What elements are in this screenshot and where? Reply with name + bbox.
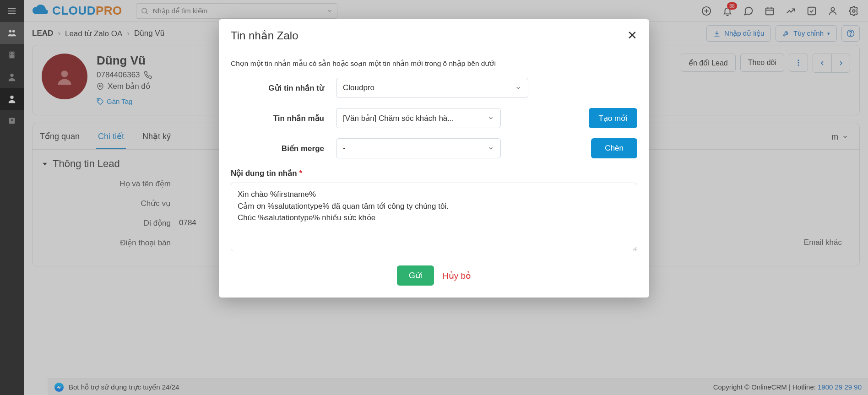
from-select[interactable]: Cloudpro — [336, 78, 528, 98]
modal-overlay[interactable]: Tin nhắn Zalo ✕ Chọn một tin nhắn mẫu có… — [0, 0, 868, 395]
modal-description: Chọn một tin nhắn mẫu có sẵn hoặc soạn m… — [231, 60, 637, 68]
merge-label: Biến merge — [231, 144, 336, 153]
insert-button[interactable]: Chèn — [591, 138, 637, 158]
close-icon[interactable]: ✕ — [627, 28, 637, 43]
template-select[interactable]: [Văn bản] Chăm sóc khách hà... — [336, 108, 501, 128]
content-label: Nội dung tin nhắn * — [231, 168, 637, 178]
create-new-button[interactable]: Tạo mới — [589, 108, 638, 128]
merge-select[interactable]: - — [336, 138, 501, 158]
modal-title: Tin nhắn Zalo — [231, 29, 298, 42]
chevron-down-icon — [488, 145, 494, 152]
template-label: Tin nhắn mẫu — [231, 114, 336, 123]
chevron-down-icon — [515, 85, 521, 91]
message-textarea[interactable] — [231, 183, 637, 251]
chevron-down-icon — [488, 115, 494, 121]
zalo-message-modal: Tin nhắn Zalo ✕ Chọn một tin nhắn mẫu có… — [219, 19, 649, 298]
cancel-button[interactable]: Hủy bỏ — [442, 271, 471, 281]
send-button[interactable]: Gửi — [397, 265, 434, 286]
from-label: Gửi tin nhắn từ — [231, 83, 336, 93]
